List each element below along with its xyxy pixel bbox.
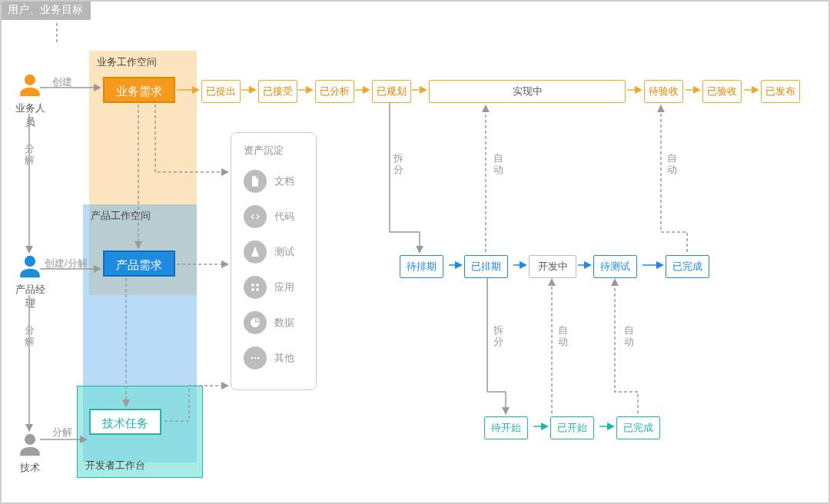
state-row1-2: 已分析	[315, 80, 354, 103]
panel-title: 业务工作空间	[97, 55, 157, 69]
state-row2-2: 开发中	[529, 255, 576, 278]
asset-label: 其他	[274, 351, 294, 365]
edge-label-create-decompose: 创建/分解	[45, 257, 88, 270]
svg-point-7	[254, 357, 257, 360]
asset-item: 文档	[244, 170, 304, 193]
svg-rect-3	[256, 284, 258, 286]
edge-label-auto-1b: 自动	[667, 152, 678, 175]
state-row1-7: 已发布	[761, 80, 800, 103]
asset-item: 代码	[244, 205, 304, 228]
edge-label-auto-1a: 自动	[493, 152, 504, 175]
state-row1-6: 已验收	[702, 80, 742, 103]
edge-label-auto-2a: 自动	[558, 324, 569, 347]
actor-tech: 技术	[11, 432, 49, 475]
svg-rect-0	[253, 181, 257, 181]
edge-label-create: 创建	[52, 75, 72, 89]
edge-label-split-2: 拆分	[493, 324, 504, 347]
corner-label: 用户、业务目标	[0, 0, 91, 20]
asset-label: 数据	[274, 316, 294, 330]
asset-panel-title: 资产沉淀	[244, 144, 304, 158]
svg-rect-2	[251, 284, 254, 286]
asset-label: 测试	[274, 245, 294, 259]
edge-label-auto-2b: 自动	[624, 324, 635, 347]
actor-product: 产品经理	[11, 254, 49, 310]
panel-title: 开发者工作台	[85, 459, 145, 472]
flask-icon	[244, 240, 267, 264]
asset-label: 文档	[274, 174, 294, 188]
diagram-canvas: 用户、业务目标 业务工作空间 产品工作空间 开发者工作台 业务人员 产品经理 技…	[0, 0, 830, 504]
node-business-requirement: 业务需求	[103, 77, 175, 103]
svg-rect-1	[253, 182, 257, 183]
actor-label: 业务人员	[15, 102, 45, 128]
apps-icon	[244, 276, 267, 299]
panel-title: 产品工作空间	[91, 209, 151, 223]
state-row2-0: 待排期	[400, 255, 443, 278]
node-product-requirement: 产品需求	[103, 250, 175, 277]
dots-icon	[244, 346, 267, 370]
edge-label-split-1: 拆分	[393, 152, 404, 175]
state-row2-1: 已排期	[464, 255, 508, 278]
asset-item: 测试	[244, 240, 304, 264]
svg-point-8	[257, 357, 260, 360]
actor-business: 业务人员	[11, 72, 49, 129]
svg-rect-4	[251, 288, 254, 290]
state-row1-4: 实现中	[429, 80, 626, 103]
state-row1-3: 已规划	[372, 80, 411, 103]
doc-icon	[244, 170, 267, 193]
asset-label: 应用	[274, 280, 294, 294]
node-tech-task: 技术任务	[89, 409, 161, 435]
edge-label-decompose-v1: 分解	[25, 143, 35, 166]
person-icon	[17, 72, 43, 98]
code-icon	[244, 205, 267, 228]
edge-label-decompose-v2: 分解	[25, 324, 35, 347]
state-row1-1: 已接受	[258, 80, 297, 103]
state-row1-0: 已提出	[201, 80, 241, 103]
edge-label-decompose: 分解	[52, 426, 72, 439]
state-row1-5: 待验收	[644, 80, 683, 103]
asset-label: 代码	[274, 210, 294, 224]
state-row3-1: 已开始	[550, 416, 594, 439]
actor-label: 技术	[20, 462, 40, 473]
asset-item: 其他	[244, 346, 304, 370]
state-row2-4: 已完成	[666, 255, 709, 278]
state-row2-3: 待测试	[593, 255, 637, 278]
actor-label: 产品经理	[15, 284, 45, 309]
asset-item: 数据	[244, 311, 304, 334]
state-row3-0: 待开始	[484, 416, 528, 439]
person-icon	[17, 432, 43, 458]
state-row3-2: 已完成	[616, 416, 660, 439]
person-icon	[17, 254, 43, 280]
asset-panel: 资产沉淀 文档 代码 测试 应用 数据 其他	[231, 132, 317, 390]
svg-rect-5	[256, 288, 258, 290]
asset-item: 应用	[244, 276, 304, 299]
pie-icon	[244, 311, 267, 334]
svg-point-6	[251, 357, 254, 360]
